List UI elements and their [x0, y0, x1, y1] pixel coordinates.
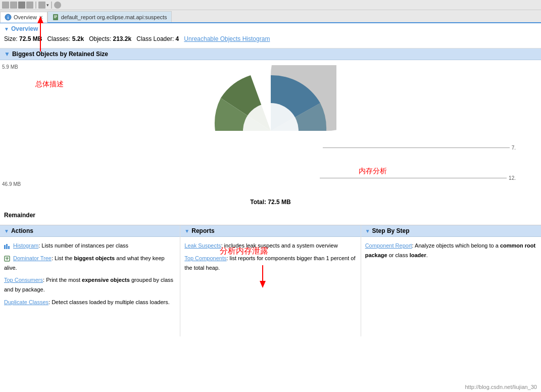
right-label-1: 7. [512, 145, 516, 151]
info-icon: i [5, 14, 12, 21]
leak-suspects-link[interactable]: Leak Suspects [184, 242, 221, 249]
classes-value: 5.2k [72, 35, 84, 42]
topconsumers-bold: expensive objects [82, 277, 130, 283]
unreachable-link[interactable]: Unreachable Objects Histogram [184, 35, 270, 42]
tab-report-label: default_report org.eclipse.mat.api:suspe… [61, 14, 167, 20]
annotation-neicun: 内存分析 [359, 167, 387, 176]
component-report-link[interactable]: Component Report [365, 242, 412, 249]
actions-header: ▼ Actions [0, 225, 180, 237]
toolbar-search-icon[interactable] [54, 2, 61, 9]
dominator-link[interactable]: Dominator Tree [13, 255, 52, 261]
step-title: Step By Step [372, 227, 410, 234]
details-toggle[interactable]: ▼ Overview [4, 25, 537, 32]
actions-arrow: ▼ [4, 228, 9, 234]
step-panel: ▼ Step By Step Component Report: Analyze… [361, 225, 541, 336]
dominator-desc1: : List the [52, 255, 74, 261]
toolbar-dropdown[interactable]: ▾ [46, 3, 49, 8]
biggest-toggle[interactable]: ▼ [4, 51, 10, 58]
topconsumers-desc1: : Print the most [43, 277, 82, 283]
dominator-icon [4, 256, 10, 262]
remainder-label: Remainder [0, 210, 541, 225]
red-arrow [30, 23, 51, 57]
right-line-2: 12. [320, 175, 516, 181]
component-bold2: loader [410, 252, 426, 258]
duplicate-link[interactable]: Duplicate Classes [4, 299, 48, 305]
actions-title: Actions [11, 227, 33, 234]
pie-chart [205, 65, 336, 197]
histogram-link[interactable]: Histogram [13, 242, 38, 249]
action-dominator: Dominator Tree: List the biggest objects… [4, 254, 176, 272]
objects-label: Objects: [89, 35, 111, 42]
component-desc1: : Analyze objects which belong to a [412, 242, 500, 249]
toolbar-icon4[interactable] [26, 2, 33, 9]
size-label: Size: [4, 35, 18, 42]
red-arrow-fenxi [253, 263, 273, 288]
histogram-icon [4, 243, 10, 249]
toolbar-separator [35, 2, 36, 9]
right-line-1: 7. [323, 145, 516, 151]
y-label-top: 5.9 MB [2, 64, 18, 70]
details-info: Size: 72.5 MB Classes: 5.2k Objects: 213… [4, 32, 537, 46]
component-period: . [426, 252, 428, 258]
svg-rect-12 [6, 244, 8, 249]
watermark: http://blog.csdn.net/liujian_30 [465, 384, 537, 390]
step-component-report: Component Report: Analyze objects which … [365, 241, 537, 260]
topconsumers-link[interactable]: Top Consumers [4, 277, 43, 283]
svg-rect-13 [8, 246, 10, 249]
y-label-bottom: 46.9 MB [2, 181, 21, 187]
reports-header: ▼ Reports [180, 225, 360, 237]
duplicate-desc: : Detect classes loaded by multiple clas… [48, 299, 170, 305]
details-section: ▼ Overview Size: 72.5 MB Classes: 5.2k O… [0, 23, 541, 48]
step-content: Component Report: Analyze objects which … [361, 237, 541, 267]
toolbar: ▾ [0, 0, 541, 10]
classes-label: Classes: [47, 35, 70, 42]
classloader-value: 4 [176, 35, 179, 42]
annotation-fenxi: 分析内存泄露 [220, 246, 268, 257]
toolbar-icon5[interactable] [38, 2, 45, 9]
svg-text:i: i [8, 15, 9, 20]
toolbar-icon2[interactable] [10, 2, 17, 9]
details-arrow-icon: ▼ [4, 26, 9, 32]
step-arrow: ▼ [365, 228, 370, 234]
main-content: ▼ Overview Size: 72.5 MB Classes: 5.2k O… [0, 23, 541, 392]
action-topconsumers: Top Consumers: Print the most expensive … [4, 275, 176, 294]
component-or: or class [387, 252, 410, 258]
objects-value: 213.2k [113, 35, 132, 42]
toolbar-icon1[interactable] [2, 2, 9, 9]
svg-rect-2 [53, 14, 58, 20]
svg-rect-11 [4, 245, 6, 249]
toolbar-icon3[interactable] [18, 2, 25, 9]
biggest-objects-header: ▼ Biggest Objects by Retained Size [0, 48, 541, 60]
step-header: ▼ Step By Step [361, 225, 541, 237]
histogram-desc: : Lists number of instances per class [38, 242, 128, 249]
chart-total-label: Total: 72.5 MB [0, 197, 541, 210]
action-duplicate: Duplicate Classes: Detect classes loaded… [4, 298, 176, 307]
annotation-zongti: 总体描述 [35, 80, 64, 89]
tab-report[interactable]: default_report org.eclipse.mat.api:suspe… [47, 11, 172, 22]
chart-area: 5.9 MB 46.9 MB 7. 12. [0, 60, 541, 210]
dominator-bold: biggest objects [74, 255, 115, 261]
report-icon [52, 14, 59, 21]
classloader-label: Class Loader: [136, 35, 174, 42]
reports-arrow: ▼ [184, 228, 189, 234]
reports-title: Reports [191, 227, 214, 234]
toolbar-separator2 [51, 2, 52, 9]
tabs-bar: i Overview ✕ default_report org.eclipse.… [0, 10, 541, 23]
right-label-2: 12. [509, 175, 516, 181]
biggest-objects-title: Biggest Objects by Retained Size [12, 51, 108, 58]
actions-panel: ▼ Actions Histogram: Lists number of ins… [0, 225, 180, 336]
action-histogram: Histogram: Lists number of instances per… [4, 241, 176, 251]
actions-content: Histogram: Lists number of instances per… [0, 237, 180, 314]
svg-point-6 [243, 103, 299, 159]
svg-marker-10 [260, 281, 266, 288]
report-leak-suspects: Leak Suspects: includes leak suspects an… [184, 241, 356, 251]
